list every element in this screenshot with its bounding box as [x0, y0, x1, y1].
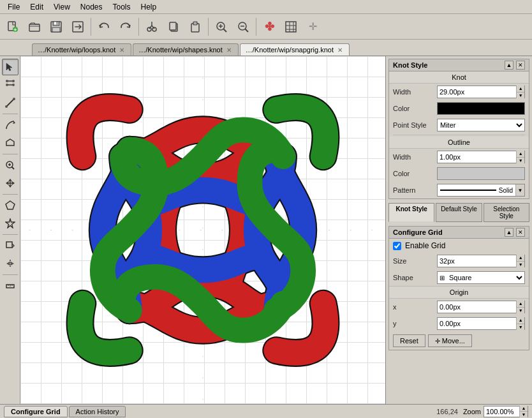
- origin-x-up[interactable]: ▲: [517, 301, 524, 308]
- pan-tool[interactable]: [2, 175, 18, 191]
- redo-button[interactable]: [115, 17, 136, 37]
- zoom-down[interactable]: ▼: [520, 412, 528, 417]
- canvas-area[interactable]: .strand-red { fill: none; stroke: #cc222…: [20, 56, 385, 404]
- grid-shape-icon: ⊞: [438, 274, 447, 281]
- open-button[interactable]: [24, 17, 45, 37]
- knot-style-title: Knot Style: [393, 61, 427, 69]
- knot-color-swatch[interactable]: [437, 102, 525, 115]
- export-button[interactable]: [68, 17, 88, 37]
- origin-x-row: x ▲ ▼: [389, 299, 529, 315]
- flip-tool[interactable]: [2, 255, 18, 272]
- zoom-in-button[interactable]: [211, 17, 232, 37]
- solid-line-icon: [440, 190, 496, 191]
- grid-panel-minimize[interactable]: ▲: [505, 228, 514, 237]
- grid-size-down[interactable]: ▼: [517, 262, 524, 268]
- outline-width-up[interactable]: ▲: [517, 151, 524, 158]
- outline-width-field[interactable]: [438, 151, 516, 163]
- grid-size-spinner[interactable]: ▲ ▼: [437, 255, 525, 267]
- grid-size-field[interactable]: [438, 255, 516, 267]
- undo-button[interactable]: [94, 17, 114, 37]
- tab-loops[interactable]: …/Knotter/wip/loops.knot ✕: [32, 43, 131, 56]
- pattern-value-label: Solid: [496, 187, 513, 194]
- zoom-up[interactable]: ▲: [520, 406, 528, 412]
- star-tool[interactable]: [2, 215, 18, 232]
- grid-panel-close[interactable]: ✕: [516, 228, 525, 237]
- menu-view[interactable]: View: [48, 1, 75, 13]
- select-tool[interactable]: [2, 59, 18, 75]
- tab-default-style[interactable]: Default Style: [436, 203, 482, 222]
- origin-x-spinner[interactable]: ▲ ▼: [437, 301, 525, 313]
- grid-shape-select[interactable]: Square Triangle Hex: [447, 273, 524, 282]
- snap-button[interactable]: ✛: [302, 17, 323, 37]
- polygon-tool[interactable]: [2, 197, 18, 214]
- outline-color-swatch[interactable]: [437, 167, 525, 180]
- reset-button[interactable]: Reset: [393, 334, 425, 347]
- canvas-grid[interactable]: .strand-red { fill: none; stroke: #cc222…: [20, 56, 385, 404]
- panel-minimize[interactable]: ▲: [505, 61, 514, 70]
- grid-size-label: Size: [393, 257, 434, 265]
- origin-y-up[interactable]: ▲: [517, 317, 524, 324]
- knot-button[interactable]: ✤: [259, 17, 279, 37]
- tab-shapes-close[interactable]: ✕: [225, 46, 233, 54]
- pattern-dropdown[interactable]: Solid ▼: [437, 184, 525, 197]
- origin-x-down[interactable]: ▼: [517, 308, 524, 314]
- copy-button[interactable]: [163, 17, 184, 37]
- tab-knot-style[interactable]: Knot Style: [388, 203, 434, 222]
- grid-shape-dropdown[interactable]: ⊞ Square Triangle Hex: [437, 271, 525, 284]
- bottom-tab-action-history[interactable]: Action History: [69, 406, 126, 417]
- measure-tool[interactable]: [2, 278, 18, 294]
- grid-button[interactable]: [281, 17, 301, 37]
- svg-point-34: [5, 105, 8, 108]
- enable-grid-checkbox[interactable]: [393, 242, 401, 250]
- zoom-field[interactable]: [484, 408, 519, 415]
- zoom-input-container[interactable]: ▲ ▼: [484, 406, 528, 417]
- paste-button[interactable]: [185, 17, 205, 37]
- knot-color-row: Color: [389, 100, 529, 117]
- grid-size-up[interactable]: ▲: [517, 255, 524, 262]
- point-style-dropdown[interactable]: Miter Round Bevel: [437, 119, 525, 131]
- knot-width-spinner[interactable]: ▲ ▼: [437, 86, 525, 98]
- tab-snapgrig[interactable]: …/Knotter/wip/snapgrig.knot ✕: [240, 43, 350, 56]
- svg-line-23: [246, 29, 249, 32]
- outline-width-row: Width ▲ ▼: [389, 149, 529, 165]
- point-style-select[interactable]: Miter Round Bevel: [438, 119, 524, 131]
- cut-button[interactable]: [142, 17, 162, 37]
- tab-shapes[interactable]: …/Knotter/wip/shapes.knot ✕: [133, 43, 238, 56]
- shape-tool[interactable]: [2, 135, 18, 151]
- knot-width-down[interactable]: ▼: [517, 93, 524, 99]
- grid-shape-row: Shape ⊞ Square Triangle Hex: [389, 269, 529, 286]
- edge-tool[interactable]: [2, 94, 18, 111]
- origin-y-spinner[interactable]: ▲ ▼: [437, 317, 525, 330]
- save-button[interactable]: [46, 17, 66, 37]
- transform-tool[interactable]: [2, 237, 18, 254]
- menu-file[interactable]: File: [3, 1, 25, 13]
- tab-selection-style[interactable]: Selection Style: [484, 203, 529, 222]
- zoom-tool[interactable]: [2, 157, 18, 174]
- menu-tools[interactable]: Tools: [108, 1, 136, 13]
- outline-width-spinner[interactable]: ▲ ▼: [437, 151, 525, 163]
- panel-close[interactable]: ✕: [516, 61, 525, 70]
- new-button[interactable]: +: [3, 17, 23, 37]
- svg-marker-47: [11, 262, 14, 265]
- bottom-tab-configure-grid[interactable]: Configure Grid: [4, 406, 68, 417]
- knot-width-field[interactable]: [438, 86, 516, 98]
- tab-snapgrig-close[interactable]: ✕: [336, 46, 344, 54]
- origin-x-field[interactable]: [438, 301, 516, 313]
- origin-y-down[interactable]: ▼: [517, 324, 524, 331]
- knot-width-up[interactable]: ▲: [517, 86, 524, 93]
- move-button[interactable]: ✛ Move...: [428, 334, 472, 347]
- origin-y-label: y: [393, 320, 434, 327]
- svg-point-35: [13, 98, 15, 100]
- menu-nodes[interactable]: Nodes: [75, 1, 108, 13]
- pattern-arrow-btn[interactable]: ▼: [515, 184, 524, 196]
- tab-loops-close[interactable]: ✕: [118, 46, 126, 54]
- svg-point-31: [12, 80, 15, 82]
- node-tool[interactable]: [2, 77, 18, 93]
- zoom-out-button[interactable]: [233, 17, 253, 37]
- configure-grid-section: Configure Grid ▲ ✕ Enable Grid Size ▲: [388, 226, 529, 350]
- origin-y-field[interactable]: [438, 318, 516, 329]
- path-tool[interactable]: [2, 117, 18, 133]
- menu-help[interactable]: Help: [136, 1, 162, 13]
- outline-width-down[interactable]: ▼: [517, 158, 524, 164]
- menu-edit[interactable]: Edit: [25, 1, 48, 13]
